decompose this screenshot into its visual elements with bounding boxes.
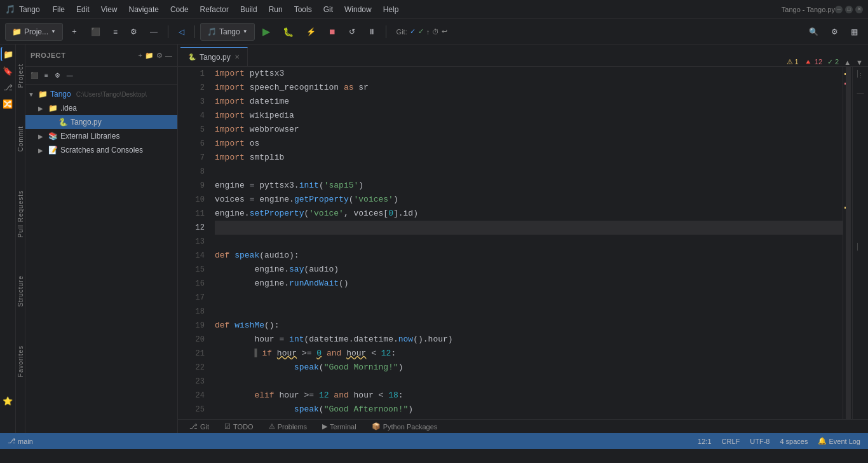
activity-favorites-icon[interactable]: ⭐ — [1, 394, 15, 408]
tree-item-scratches[interactable]: ▶ 📝 Scratches and Consoles — [25, 143, 177, 157]
close-button[interactable]: ✕ — [855, 6, 863, 13]
activity-pullrequest-icon[interactable]: 🔀 — [1, 97, 15, 111]
code-editor[interactable]: ▼1 2 3 4 5 6 ▼7 8 9 10 11 12 13 — [178, 67, 843, 419]
menu-file[interactable]: File — [48, 4, 70, 15]
code-content[interactable]: import pyttsx3 import speech_recognition… — [210, 67, 843, 419]
menu-run[interactable]: Run — [264, 4, 288, 15]
menu-refactor[interactable]: Refactor — [195, 4, 234, 15]
git-clock-icon: ⏱ — [432, 28, 439, 36]
tree-item-tango-py[interactable]: 🐍 Tango.py — [25, 115, 177, 129]
terminal-tab-label: Terminal — [330, 423, 356, 431]
menu-window[interactable]: Window — [339, 4, 377, 15]
tab-tango-py[interactable]: 🐍 Tango.py ✕ — [180, 47, 248, 66]
menu-git[interactable]: Git — [318, 4, 338, 15]
status-git-branch[interactable]: ⎇ main — [5, 437, 36, 445]
menu-help[interactable]: Help — [378, 4, 404, 15]
status-indent[interactable]: 4 spaces — [777, 437, 810, 445]
status-encoding[interactable]: UTF-8 — [747, 437, 772, 445]
gear-button[interactable]: ⚙ — [826, 23, 843, 41]
tree-icon-scratches: 📝 — [48, 146, 58, 155]
tango-run-config[interactable]: 🎵 Tango ▼ — [200, 23, 255, 41]
collapse-button[interactable]: ⬛ — [86, 23, 105, 41]
code-line-2: import speech_recognition as sr — [215, 81, 843, 95]
stop-button[interactable]: ⏹ — [323, 23, 341, 41]
python-packages-tab-icon: 📦 — [372, 422, 381, 431]
bottom-tab-terminal[interactable]: ▶ Terminal — [316, 421, 363, 432]
code-line-22: speak("Good Morning!") — [215, 361, 843, 375]
menu-bar: File Edit View Navigate Code Refactor Bu… — [48, 4, 782, 15]
problems-tab-icon: ⚠ — [269, 422, 275, 431]
maximize-button[interactable]: □ — [845, 6, 853, 13]
rerun-button[interactable]: ↺ — [344, 23, 360, 41]
bottom-tabs: ⎇ Git ☑ TODO ⚠ Problems ▶ Terminal 📦 Pyt… — [178, 419, 868, 433]
activity-bookmark-icon[interactable]: 🔖 — [1, 64, 15, 78]
project-dropdown[interactable]: 📁 Proje... ▼ — [5, 23, 63, 41]
close-panel-button[interactable]: — — [145, 23, 163, 41]
project-new-file-icon[interactable]: + — [139, 52, 142, 59]
tree-item-ext-libs[interactable]: ▶ 📚 External Libraries — [25, 129, 177, 143]
ok-indicator: ✓ 2 — [827, 58, 839, 66]
status-position[interactable]: 12:1 — [695, 437, 714, 445]
menu-edit[interactable]: Edit — [71, 4, 95, 15]
menu-view[interactable]: View — [96, 4, 123, 15]
menu-code[interactable]: Code — [165, 4, 194, 15]
chevron-up-icon[interactable]: ▲ — [844, 59, 851, 66]
panel-label-pullrequests[interactable]: Pull Requests — [17, 190, 24, 238]
panel-label-project[interactable]: Project — [17, 64, 24, 88]
add-tab-button[interactable]: ＋ — [65, 23, 83, 41]
bottom-tab-todo[interactable]: ☑ TODO — [218, 421, 260, 432]
line-num-16: ▼16 — [178, 277, 205, 291]
menu-tools[interactable]: Tools — [289, 4, 317, 15]
git-check-icon: ✓ — [410, 27, 416, 36]
project-panel: PROJECT + 📁 ⚙ — ⬛ ≡ ⚙ — ▼ 📁 Tango C:\Use… — [25, 45, 178, 433]
line-num-2: 2 — [178, 81, 205, 95]
project-toolbar-btn2[interactable]: ≡ — [42, 67, 51, 85]
project-toolbar-btn3[interactable]: ⚙ — [52, 67, 63, 85]
status-line-ending[interactable]: CRLF — [719, 437, 743, 445]
project-collapse-icon[interactable]: — — [165, 52, 172, 59]
coverage-button[interactable]: ⚡ — [301, 23, 321, 41]
status-event-log-label: Event Log — [829, 438, 860, 445]
menu-navigate[interactable]: Navigate — [124, 4, 164, 15]
project-settings-icon[interactable]: ⚙ — [156, 52, 163, 60]
panel-label-favorites[interactable]: Favorites — [17, 345, 24, 377]
bottom-tab-problems[interactable]: ⚠ Problems — [262, 421, 313, 432]
project-toolbar: ⬛ ≡ ⚙ — — [25, 67, 177, 85]
right-icon-2[interactable]: — — [854, 86, 867, 99]
pause-button[interactable]: ⏸ — [363, 23, 381, 41]
bottom-tab-python-packages[interactable]: 📦 Python Packages — [365, 421, 444, 432]
activity-project-icon[interactable]: 📁 — [1, 47, 15, 61]
right-panel-toggle-1[interactable]: │ — [856, 70, 860, 77]
status-event-log[interactable]: 🔔 Event Log — [815, 437, 863, 445]
expand-button[interactable]: ≡ — [108, 23, 123, 41]
menu-build[interactable]: Build — [235, 4, 262, 15]
tree-item-tango-root[interactable]: ▼ 📁 Tango C:\Users\Tango\Desktop\ — [25, 87, 177, 101]
project-new-folder-icon[interactable]: 📁 — [145, 52, 154, 60]
tree-item-idea[interactable]: ▶ 📁 .idea — [25, 101, 177, 115]
bottom-tab-git[interactable]: ⎇ Git — [183, 421, 215, 432]
code-line-21: ▌if hour >= 0 and hour < 12: — [215, 347, 843, 361]
back-button[interactable]: ◁ — [173, 23, 189, 41]
scrollbar-thumb[interactable] — [846, 67, 851, 419]
project-tree: ▼ 📁 Tango C:\Users\Tango\Desktop\ ▶ 📁 .i… — [25, 85, 177, 433]
panel-label-commit[interactable]: Commit — [17, 126, 24, 151]
project-toolbar-btn4[interactable]: — — [64, 67, 76, 85]
chevron-down-expand-icon[interactable]: ▼ — [856, 59, 863, 66]
settings-button[interactable]: ⚙ — [125, 23, 142, 41]
run-button[interactable]: ▶ — [257, 23, 275, 41]
project-panel-header: PROJECT + 📁 ⚙ — — [25, 45, 177, 67]
search-toolbar-button[interactable]: 🔍 — [804, 23, 824, 41]
tab-close-icon[interactable]: ✕ — [234, 53, 240, 60]
minimize-button[interactable]: ─ — [835, 6, 843, 13]
layout-button[interactable]: ▦ — [846, 23, 863, 41]
status-crlf-label: CRLF — [722, 438, 740, 445]
git-undo-icon: ↩ — [442, 27, 447, 36]
line-num-14: ▼14 — [178, 249, 205, 263]
debug-button[interactable]: 🐛 — [278, 23, 299, 41]
project-toolbar-btn1[interactable]: ⬛ — [28, 67, 41, 85]
right-panel-toggle-2[interactable]: │ — [856, 243, 860, 250]
panel-label-structure[interactable]: Structure — [17, 275, 24, 307]
activity-commit-icon[interactable]: ⎇ — [1, 80, 15, 94]
separator-1 — [168, 25, 168, 38]
git-indicator: Git: ✓ ✓ ↑ ⏱ ↩ — [397, 27, 448, 36]
